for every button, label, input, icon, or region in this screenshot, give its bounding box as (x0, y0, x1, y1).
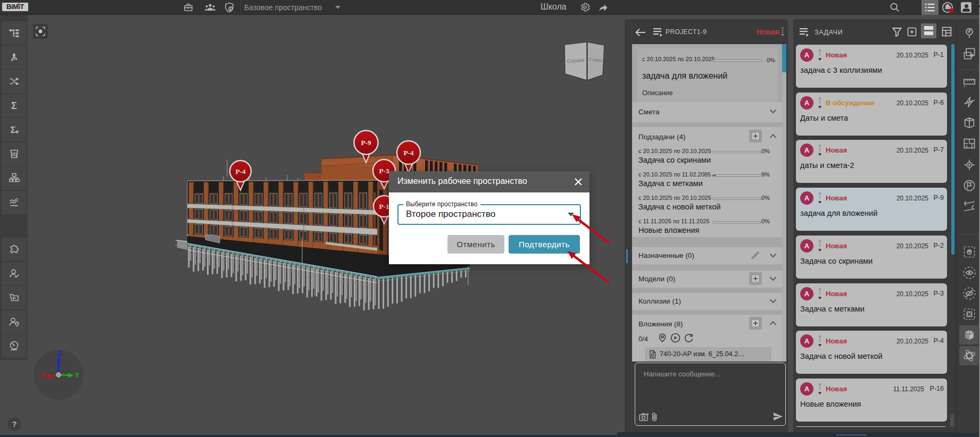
svg-text:P-1: P-1 (379, 203, 389, 211)
svg-text:P-9: P-9 (361, 139, 371, 147)
svg-text:P-4: P-4 (236, 167, 246, 175)
svg-text:X: X (41, 371, 45, 378)
svg-text:P-4: P-4 (404, 149, 414, 157)
svg-text:P-3: P-3 (379, 167, 389, 175)
svg-text:Справа: Справа (567, 57, 585, 64)
svg-text:Y: Y (75, 372, 79, 379)
svg-text:Z: Z (57, 349, 62, 357)
